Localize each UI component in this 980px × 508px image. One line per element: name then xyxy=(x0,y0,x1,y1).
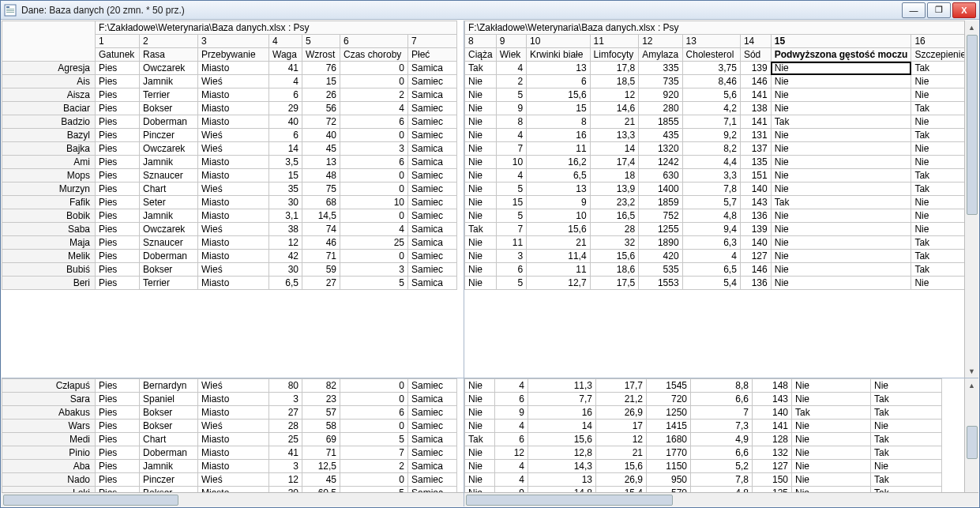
row-header[interactable]: Bazyl xyxy=(2,129,96,142)
cell[interactable]: 40 xyxy=(302,129,340,142)
cell[interactable]: 8 xyxy=(496,115,526,129)
cell[interactable]: 0 xyxy=(340,473,408,487)
cell[interactable]: 14 xyxy=(590,142,639,156)
row-header[interactable]: Abakus xyxy=(2,406,96,420)
row-header[interactable]: Bubiś xyxy=(2,263,96,277)
cell[interactable]: Doberman xyxy=(140,446,198,460)
cell[interactable]: 4,4 xyxy=(682,156,740,169)
minimize-button[interactable]: — xyxy=(902,2,926,18)
cell[interactable]: 14 xyxy=(528,420,596,433)
cell[interactable]: Pies xyxy=(96,183,140,196)
table-row[interactable]: Nie2618,57358,46146NieNie xyxy=(465,75,978,88)
cell[interactable]: 17,7 xyxy=(596,379,647,393)
cell[interactable]: Wieś xyxy=(198,129,269,142)
table-row[interactable]: MajaPiesSznaucerMiasto124625Samica xyxy=(2,236,457,250)
cell[interactable]: 45 xyxy=(302,142,340,156)
cell[interactable]: 4,9 xyxy=(691,433,753,446)
table-row[interactable]: CzłapuśPiesBernardynWieś80820Samiec xyxy=(2,379,457,393)
cell[interactable]: Miasto xyxy=(198,115,269,129)
cell[interactable]: Jamnik xyxy=(140,209,198,223)
cell[interactable]: 15,6 xyxy=(590,250,639,263)
cell[interactable]: 48 xyxy=(302,169,340,183)
col-header-num[interactable]: 5 xyxy=(302,35,340,48)
cell[interactable]: 13,3 xyxy=(590,129,639,142)
cell[interactable]: Miasto xyxy=(198,393,269,406)
cell[interactable]: 0 xyxy=(340,169,408,183)
cell[interactable]: 25 xyxy=(340,236,408,250)
cell[interactable]: Samiec xyxy=(408,209,457,223)
cell[interactable]: 10 xyxy=(527,209,591,223)
cell[interactable]: 131 xyxy=(740,129,771,142)
cell[interactable]: 136 xyxy=(740,209,771,223)
cell[interactable]: Nie xyxy=(792,446,871,460)
cell[interactable]: 132 xyxy=(753,446,792,460)
cell[interactable]: 71 xyxy=(302,446,340,460)
cell[interactable]: 4 xyxy=(495,473,528,487)
cell[interactable]: 1250 xyxy=(647,406,691,420)
right-bottom-vertical-scrollbar[interactable]: ▲ ▼ xyxy=(964,378,978,506)
table-row[interactable]: AmiPiesJamnikMiasto3,5136Samica xyxy=(2,156,457,169)
cell[interactable]: 11,3 xyxy=(528,379,596,393)
col-header-num[interactable]: 1 xyxy=(96,35,140,48)
cell[interactable]: Nie xyxy=(465,406,495,420)
cell[interactable]: Pies xyxy=(96,156,140,169)
cell[interactable]: Tak xyxy=(792,406,871,420)
cell[interactable]: Tak xyxy=(871,446,942,460)
cell[interactable]: Samiec xyxy=(408,75,457,88)
cell[interactable]: 23,2 xyxy=(590,196,639,209)
cell[interactable]: 82 xyxy=(302,379,340,393)
cell[interactable]: Wieś xyxy=(198,263,269,277)
cell[interactable]: 3,3 xyxy=(682,169,740,183)
cell[interactable]: Miasto xyxy=(198,209,269,223)
cell[interactable]: 13,9 xyxy=(590,183,639,196)
cell[interactable]: Spaniel xyxy=(140,393,198,406)
cell[interactable]: 15 xyxy=(527,102,591,115)
cell[interactable]: 535 xyxy=(639,263,682,277)
cell[interactable]: Sznaucer xyxy=(140,169,198,183)
col-header-name[interactable]: Sód xyxy=(740,48,771,62)
cell[interactable]: Pies xyxy=(96,129,140,142)
row-header[interactable]: Ais xyxy=(2,75,96,88)
cell[interactable]: Nie xyxy=(771,277,911,290)
cell[interactable]: 76 xyxy=(302,62,340,75)
cell[interactable]: Tak xyxy=(771,115,911,129)
table-row[interactable]: BaciarPiesBokserMiasto29564Samiec xyxy=(2,102,457,115)
cell[interactable]: Nie xyxy=(465,142,497,156)
cell[interactable]: 80 xyxy=(269,379,302,393)
cell[interactable]: 13 xyxy=(302,156,340,169)
cell[interactable]: 630 xyxy=(639,169,682,183)
col-header-num[interactable]: 13 xyxy=(682,35,740,48)
row-header[interactable]: Melik xyxy=(2,250,96,263)
cell[interactable]: Miasto xyxy=(198,62,269,75)
cell[interactable]: Samica xyxy=(408,142,457,156)
cell[interactable]: 28 xyxy=(269,420,302,433)
cell[interactable]: Nie xyxy=(771,169,911,183)
cell[interactable]: Nie xyxy=(465,102,497,115)
cell[interactable]: 6 xyxy=(269,88,302,102)
cell[interactable]: Bokser xyxy=(140,102,198,115)
cell[interactable]: 17 xyxy=(596,420,647,433)
cell[interactable]: 56 xyxy=(302,102,340,115)
cell[interactable]: 135 xyxy=(740,156,771,169)
cell[interactable]: 0 xyxy=(340,129,408,142)
cell[interactable]: Tak xyxy=(465,62,497,75)
col-header-name[interactable]: Limfocyty xyxy=(590,48,639,62)
scrollbar-thumb[interactable] xyxy=(3,495,178,506)
cell[interactable]: 11,4 xyxy=(527,250,591,263)
cell[interactable]: Samiec xyxy=(408,250,457,263)
cell[interactable]: 4 xyxy=(496,62,526,75)
table-row[interactable]: Nie67,721,27206,6143NieTak xyxy=(465,393,942,406)
cell[interactable]: Nie xyxy=(465,250,497,263)
cell[interactable]: 3 xyxy=(340,142,408,156)
cell[interactable]: Samica xyxy=(408,277,457,290)
cell[interactable]: 17,8 xyxy=(590,62,639,75)
cell[interactable]: Doberman xyxy=(140,115,198,129)
cell[interactable]: 5 xyxy=(496,209,526,223)
cell[interactable]: 735 xyxy=(639,75,682,88)
row-header[interactable]: Mops xyxy=(2,169,96,183)
cell[interactable]: 7 xyxy=(340,446,408,460)
table-row[interactable]: Nie311,415,64204127NieTak xyxy=(465,250,978,263)
cell[interactable]: 1320 xyxy=(639,142,682,156)
table-row[interactable]: Nie51313,914007,8140NieTak xyxy=(465,183,978,196)
table-row[interactable]: BadzioPiesDobermanMiasto40726Samiec xyxy=(2,115,457,129)
